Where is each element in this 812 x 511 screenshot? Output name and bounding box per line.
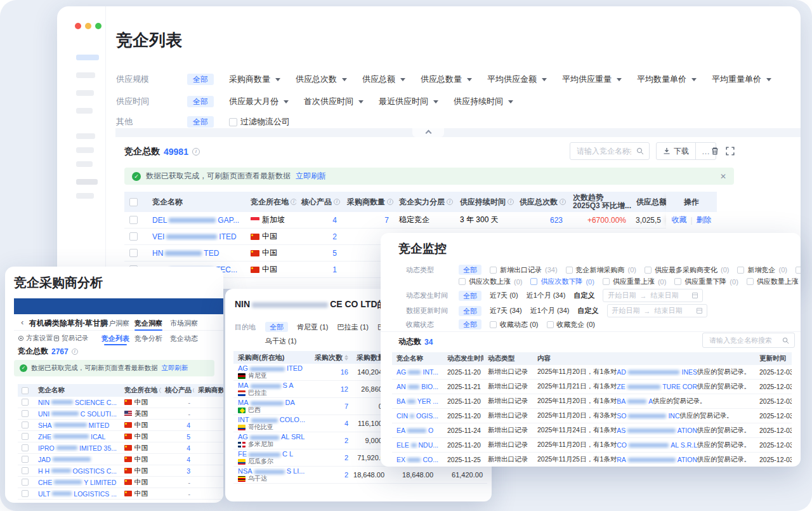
type-new-competitor[interactable]: 新增竞企(0) <box>737 265 787 275</box>
checkbox-icon[interactable] <box>22 456 29 463</box>
fav-dynamics[interactable]: 收藏动态 (0) <box>490 320 539 329</box>
sidebar-item[interactable] <box>76 161 93 167</box>
update-7d[interactable]: 近7天 (34) <box>490 306 522 315</box>
table-row[interactable]: H HOGISTICS C... 中国 3 <box>18 465 223 477</box>
filter-logistics-checkbox[interactable]: 过滤物流公司 <box>229 116 290 128</box>
sidebar-item[interactable] <box>76 108 93 114</box>
filter-all-chip[interactable]: 全部 <box>459 265 481 275</box>
product-count[interactable]: 1 <box>296 265 342 274</box>
checkbox-icon[interactable] <box>22 444 29 451</box>
delete-row-button[interactable]: 删除 <box>697 215 712 225</box>
filter-avg-weight[interactable]: 平均供应重量 <box>562 74 622 85</box>
product-count[interactable]: 4 <box>161 421 194 429</box>
competitor-name-link[interactable]: EAO <box>392 427 443 434</box>
competitor-name-link[interactable]: ULTLOGISTICS ... <box>34 490 121 498</box>
select-all-cell[interactable] <box>18 387 34 394</box>
product-count[interactable]: 5 <box>161 433 194 441</box>
table-row[interactable]: ANBIO... 2025-11-21 新增出口记录 2025年11月21日，有… <box>392 380 792 394</box>
table-row[interactable]: EAO 2025-11-24 新增出口记录 2025年11月24日，有1条对AS… <box>392 423 792 438</box>
search-icon[interactable] <box>636 147 644 155</box>
buyer-cell[interactable]: FEC L 厄瓜多尔 <box>233 451 310 465</box>
sidebar-item[interactable] <box>76 179 98 185</box>
fav-competitors[interactable]: 收藏竞企 (0) <box>547 320 596 329</box>
competitor-name-link[interactable]: ANBIO... <box>392 383 443 390</box>
sidebar-item-active[interactable] <box>76 55 99 60</box>
checkbox-icon[interactable] <box>129 216 138 224</box>
competitor-name-link[interactable]: HNTED <box>147 249 246 258</box>
sidebar-item[interactable] <box>76 147 94 153</box>
date-range-input[interactable]: 开始日期→结束日期 <box>607 304 707 317</box>
competitor-name-link[interactable]: DELGAP... <box>147 216 246 225</box>
filter-avg-weight-price[interactable]: 平均重量单价 <box>712 74 771 85</box>
buyer-cell[interactable]: INTCOLO... 哥伦比亚 <box>233 416 310 430</box>
competitor-name-link[interactable]: BAYER ... <box>392 397 443 405</box>
filter-supply-amount[interactable]: 供应总额 <box>362 74 405 85</box>
times-cell[interactable]: 4 <box>310 420 353 427</box>
filter-duration[interactable]: 供应持续时间 <box>454 96 513 107</box>
filter-buyer-count[interactable]: 采购商数量 <box>229 74 280 85</box>
filter-first-supply[interactable]: 首次供应时间 <box>304 96 363 107</box>
competitor-name-link[interactable]: ZHEICAL <box>34 433 121 441</box>
update-1m[interactable]: 近1个月 (34) <box>530 306 570 315</box>
product-count[interactable]: 3 <box>161 467 194 475</box>
table-row[interactable]: AGINT... 2025-11-20 新增出口记录 2025年11月20日，有… <box>392 365 792 380</box>
times-cell[interactable]: 7 <box>310 402 353 410</box>
custom-label[interactable]: 自定义 <box>578 306 599 315</box>
competitor-name-link[interactable]: SHAMITED <box>34 421 121 429</box>
times-cell[interactable]: 16 <box>310 368 353 376</box>
table-row[interactable]: NSAS LI... 乌干达 2 18,648.00 18,648.00 61,… <box>233 467 487 484</box>
competitor-name-link[interactable]: NINSCIENCE C... <box>34 399 121 406</box>
times-cell[interactable]: 2 <box>310 437 353 444</box>
product-count[interactable]: 2 <box>296 232 342 241</box>
times-cell[interactable]: 623 <box>514 216 568 225</box>
product-count[interactable]: 5 <box>296 249 342 258</box>
buyer-count[interactable]: 7 <box>342 216 394 225</box>
table-row[interactable]: ZHEICAL 中国 5 <box>18 431 223 442</box>
table-row[interactable]: CINOGIS... 2025-11-20 新增出口记录 2025年11月20日… <box>392 409 792 423</box>
date-range-input[interactable]: 开始日期→结束日期 <box>603 289 703 302</box>
checkbox-icon[interactable] <box>22 421 29 428</box>
search-input[interactable] <box>708 336 778 345</box>
tab-customer-insight[interactable]: 客户洞察 <box>102 319 129 328</box>
back-icon[interactable]: ‹ <box>21 317 23 327</box>
sort-icon[interactable] <box>344 355 348 361</box>
info-icon[interactable]: i <box>447 199 453 205</box>
fullscreen-button[interactable] <box>726 147 735 158</box>
select-all-cell[interactable] <box>124 198 147 206</box>
table-row[interactable]: SHAMITED 中国 4 <box>18 420 223 431</box>
checkbox-icon[interactable] <box>22 399 29 406</box>
checkbox-icon[interactable] <box>129 232 138 241</box>
competitor-name-link[interactable]: JAD <box>34 456 121 463</box>
sidebar-item[interactable] <box>76 133 95 139</box>
delete-button[interactable] <box>710 147 719 158</box>
product-count[interactable]: 4 <box>161 444 194 452</box>
times-cell[interactable]: 2 <box>310 454 353 461</box>
info-icon[interactable]: i <box>508 199 514 205</box>
type-new-export-record[interactable]: 新增出口记录(34) <box>490 265 558 275</box>
type-times-down[interactable]: 供应次数下降(0) <box>530 277 594 286</box>
filter-supply-qty[interactable]: 供应总数量 <box>421 74 472 85</box>
info-icon[interactable]: i <box>560 199 566 205</box>
info-icon[interactable]: i <box>72 348 78 355</box>
table-row[interactable]: NINSCIENCE C... 中国 - <box>18 397 223 408</box>
info-icon[interactable]: i <box>192 148 200 156</box>
type-amount-up[interactable]: 供应金额上涨(0) <box>796 265 801 275</box>
sidebar-item[interactable] <box>76 193 94 199</box>
competitor-name-link[interactable]: CINOGIS... <box>392 412 443 420</box>
product-count[interactable]: 4 <box>296 216 342 225</box>
filter-supply-times[interactable]: 供应总次数 <box>296 74 347 85</box>
buyer-cell[interactable]: MADA 巴西 <box>233 399 310 413</box>
table-row[interactable]: DELGAP... 新加坡 4 7 稳定竞企 3 年 300 天 623 +67… <box>124 212 717 229</box>
competitor-name-link[interactable]: VEIITED <box>147 232 246 241</box>
sidebar-item[interactable] <box>76 90 94 96</box>
competitor-name-link[interactable]: ELENDU... <box>392 441 443 449</box>
download-button[interactable]: 下载 <box>657 143 695 159</box>
refresh-now-link[interactable]: 立即刷新 <box>296 171 326 182</box>
filter-all-chip[interactable]: 全部 <box>187 96 214 107</box>
favorite-button[interactable]: 收藏 <box>671 215 686 225</box>
filter-all-chip[interactable]: 全部 <box>459 291 481 301</box>
search-input[interactable] <box>575 146 632 156</box>
dest-paraguay[interactable]: 巴拉圭 (1) <box>337 322 369 332</box>
type-weight-down[interactable]: 供应重量下降(0) <box>674 277 738 286</box>
search-box[interactable] <box>570 142 650 160</box>
